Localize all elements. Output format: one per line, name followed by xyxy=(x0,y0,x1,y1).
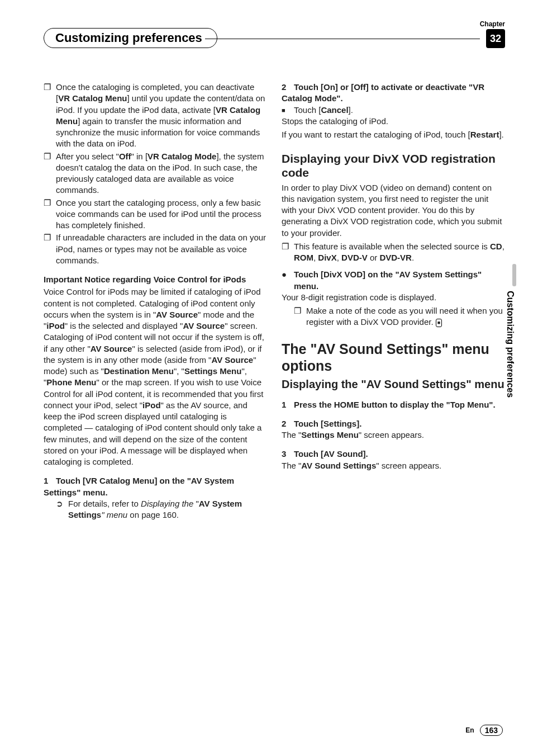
body-text: Your 8-digit registration code is displa… xyxy=(282,292,505,303)
note-bullet-icon: ❐ xyxy=(44,232,56,266)
subsection-heading-avsound: Displaying the "AV Sound Settings" menu xyxy=(282,377,505,391)
body-text: If you want to restart the cataloging of… xyxy=(282,129,505,140)
step-2: 2Touch [Settings]. xyxy=(282,418,505,429)
cross-reference: ➲ For details, refer to Displaying the "… xyxy=(44,498,267,521)
footer-page-number: 163 xyxy=(480,725,503,736)
list-item: ❐ This feature is available when the sel… xyxy=(282,241,505,264)
section-heading-avsound: The "AV Sound Settings" menu options xyxy=(282,341,505,374)
end-section-icon: ■ xyxy=(436,319,442,327)
right-column: 2Touch [On] or [Off] to activate or deac… xyxy=(282,82,505,521)
list-item: ❐ Once you start the cataloging process,… xyxy=(44,197,267,231)
note-bullet-icon: ❐ xyxy=(44,82,56,150)
chapter-number-badge: 32 xyxy=(486,29,505,48)
step-bullet: ● Touch [DivX VOD] on the "AV System Set… xyxy=(282,269,505,292)
page-title: Customizing preferences xyxy=(44,28,217,48)
list-item: ❐ After you select "Off" in [VR Catalog … xyxy=(44,151,267,196)
section-heading-divx: Displaying your DivX VOD registration co… xyxy=(282,152,505,179)
step-3: 3Touch [AV Sound]. xyxy=(282,448,505,460)
notice-body: Voice Control for iPods may be limited i… xyxy=(44,286,267,467)
sub-action: ■ Touch [Cancel]. xyxy=(282,105,505,116)
body-text: The "AV Sound Settings" screen appears. xyxy=(282,460,505,471)
step-1: 1Press the HOME button to display the "T… xyxy=(282,399,505,410)
page-footer: En 163 xyxy=(465,725,503,736)
footer-lang: En xyxy=(465,726,474,734)
list-item: ❐ Make a note of the code as you will ne… xyxy=(282,305,505,328)
note-bullet-icon: ❐ xyxy=(44,197,56,231)
side-tab-bar xyxy=(512,264,516,286)
step-2: 2Touch [On] or [Off] to activate or deac… xyxy=(282,82,505,105)
square-bullet-icon: ■ xyxy=(282,106,294,117)
body-text: The "Settings Menu" screen appears. xyxy=(282,429,505,441)
header-rule xyxy=(205,39,480,39)
left-column: ❐ Once the cataloging is completed, you … xyxy=(44,82,267,521)
list-item: ❐ Once the cataloging is completed, you … xyxy=(44,82,267,150)
dot-bullet-icon: ● xyxy=(282,269,294,292)
list-item: ❐ If unreadable characters are included … xyxy=(44,232,267,266)
side-tab: Customizing preferences xyxy=(505,291,515,398)
body-text: Stops the cataloging of iPod. xyxy=(282,116,505,127)
note-bullet-icon: ❐ xyxy=(294,305,306,328)
notice-heading: Important Notice regarding Voice Control… xyxy=(44,274,267,285)
note-bullet-icon: ❐ xyxy=(44,151,56,196)
chapter-label: Chapter xyxy=(480,20,505,28)
step-1: 1Touch [VR Catalog Menu] on the "AV Syst… xyxy=(44,475,267,498)
body-text: In order to play DivX VOD (video on dema… xyxy=(282,182,505,239)
note-bullet-icon: ❐ xyxy=(282,241,294,264)
reference-arrow-icon: ➲ xyxy=(56,498,68,521)
